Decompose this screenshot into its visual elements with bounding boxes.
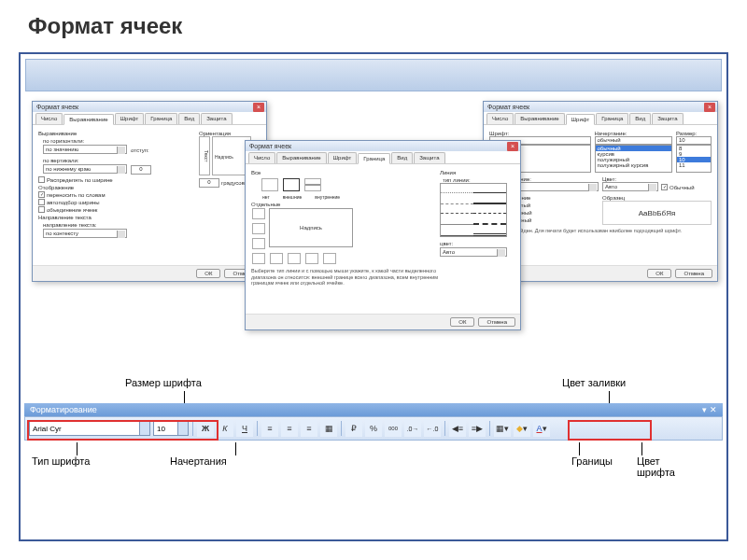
increase-decimal-icon[interactable]: .0→ bbox=[404, 420, 421, 437]
close-icon[interactable]: × bbox=[704, 103, 715, 112]
decrease-indent-icon[interactable]: ◀≡ bbox=[449, 420, 466, 437]
content-frame: Формат ячеек× Число Выравнивание Шрифт Г… bbox=[19, 52, 728, 541]
vertical-combo[interactable]: по нижнему краю bbox=[43, 164, 127, 174]
section-display: Отображение bbox=[38, 185, 195, 190]
label-line: Линия bbox=[440, 170, 514, 175]
size-list[interactable]: 891011 bbox=[676, 145, 712, 173]
percent-icon[interactable]: % bbox=[365, 420, 382, 437]
cancel-button[interactable]: Отмена bbox=[675, 269, 712, 278]
tab-fill[interactable]: Вид bbox=[629, 113, 651, 124]
align-right-icon[interactable]: ≡ bbox=[301, 420, 317, 437]
font-color-icon[interactable]: A▾ bbox=[533, 420, 550, 437]
anno-font-type: Тип шрифта bbox=[32, 455, 90, 467]
border-preview: Надпись bbox=[269, 208, 353, 247]
tab-protection[interactable]: Защита bbox=[414, 152, 444, 163]
tab-font[interactable]: Шрифт bbox=[566, 114, 596, 125]
highlight-color-controls bbox=[568, 420, 652, 441]
blue-header-bar bbox=[25, 59, 722, 91]
anno-font-size: Размер шрифта bbox=[125, 377, 202, 388]
size-input[interactable]: 10 bbox=[676, 136, 712, 145]
anno-styles: Начертания bbox=[170, 455, 227, 467]
toolbar-title: Форматирование bbox=[30, 405, 97, 414]
align-left-icon[interactable]: ≡ bbox=[261, 420, 278, 437]
checkbox-merge[interactable] bbox=[38, 206, 45, 213]
cancel-button[interactable]: Отмена bbox=[478, 317, 515, 327]
direction-combo[interactable]: по контексту bbox=[43, 229, 127, 238]
currency-icon[interactable]: ₽ bbox=[345, 420, 362, 437]
ok-button[interactable]: ОК bbox=[196, 269, 220, 278]
border-top-btn[interactable] bbox=[252, 208, 265, 219]
tab-protection[interactable]: Защита bbox=[652, 113, 683, 124]
horizontal-combo[interactable]: по значению bbox=[43, 145, 127, 154]
tab-border[interactable]: Граница bbox=[358, 153, 390, 164]
close-icon[interactable]: × bbox=[507, 142, 518, 151]
toolbar-close-icon[interactable]: ▾ ✕ bbox=[702, 405, 717, 414]
tab-fill[interactable]: Вид bbox=[178, 113, 200, 124]
section-direction: Направление текста bbox=[38, 215, 195, 220]
align-center-icon[interactable]: ≡ bbox=[281, 420, 298, 437]
indent-spinner[interactable]: 0 bbox=[131, 165, 151, 175]
style-input[interactable]: обычный bbox=[595, 136, 672, 145]
preset-none[interactable] bbox=[261, 178, 278, 191]
tab-alignment[interactable]: Выравнивание bbox=[63, 114, 113, 125]
tab-alignment[interactable]: Выравнивание bbox=[514, 113, 564, 124]
preset-outer[interactable] bbox=[283, 178, 300, 191]
font-note: Шрифт не найден. Для печати будет исполь… bbox=[489, 228, 712, 233]
tabs: Число Выравнивание Шрифт Граница Вид Защ… bbox=[246, 151, 520, 164]
tab-alignment[interactable]: Выравнивание bbox=[276, 152, 326, 163]
border-color-combo[interactable]: Авто bbox=[440, 247, 507, 257]
border-mid-btn[interactable] bbox=[252, 223, 265, 234]
underline-button[interactable]: Ч bbox=[236, 420, 253, 437]
label-direction: направление текста: bbox=[43, 222, 195, 228]
style-list[interactable]: обычныйкурсивполужирныйполужирный курсив bbox=[595, 145, 672, 173]
highlight-font-controls bbox=[27, 420, 218, 441]
anno-font-color: Цвет шрифта bbox=[637, 455, 693, 478]
borders-icon[interactable]: ▦▾ bbox=[494, 420, 511, 437]
dialog-alignment: Формат ячеек× Число Выравнивание Шрифт Г… bbox=[32, 101, 267, 282]
dialog-title: Формат ячеек× bbox=[246, 141, 520, 151]
tab-protection[interactable]: Защита bbox=[201, 113, 232, 124]
preset-inner[interactable] bbox=[304, 178, 321, 191]
checkbox-distribute[interactable] bbox=[38, 176, 45, 183]
tab-border[interactable]: Граница bbox=[596, 113, 628, 124]
checkbox-wrap[interactable]: ✓ bbox=[38, 191, 45, 198]
checkbox-normal[interactable]: ✓ bbox=[661, 184, 668, 190]
tab-number[interactable]: Число bbox=[486, 113, 514, 124]
line-style-list[interactable] bbox=[440, 183, 507, 237]
border-left[interactable] bbox=[270, 253, 283, 264]
fill-color-icon[interactable]: ◆▾ bbox=[514, 420, 530, 437]
orientation-vertical-text[interactable]: Текст bbox=[199, 136, 210, 175]
merge-cells-icon[interactable]: ▦ bbox=[320, 420, 337, 437]
tabs: Число Выравнивание Шрифт Граница Вид Защ… bbox=[484, 112, 717, 125]
fontcolor-combo[interactable]: Авто bbox=[602, 182, 658, 191]
page-title: Формат ячеек bbox=[0, 0, 747, 49]
tab-border[interactable]: Граница bbox=[145, 113, 177, 124]
anno-fill-color: Цвет заливки bbox=[562, 377, 626, 388]
border-right[interactable] bbox=[305, 253, 318, 264]
close-icon[interactable]: × bbox=[253, 103, 264, 112]
tab-font[interactable]: Шрифт bbox=[328, 152, 358, 163]
border-vmid[interactable] bbox=[288, 253, 301, 264]
tab-font[interactable]: Шрифт bbox=[115, 113, 145, 124]
italic-button[interactable]: К bbox=[217, 420, 233, 437]
ok-button[interactable]: ОК bbox=[450, 317, 474, 327]
decrease-decimal-icon[interactable]: ←.0 bbox=[424, 420, 441, 437]
sample-preview: АаВbБбЯя bbox=[602, 201, 712, 225]
checkbox-shrink[interactable] bbox=[38, 199, 45, 205]
border-bottom-btn[interactable] bbox=[252, 238, 265, 249]
increase-indent-icon[interactable]: ≡▶ bbox=[469, 420, 486, 437]
border-diag2[interactable] bbox=[323, 253, 336, 264]
border-diag1[interactable] bbox=[252, 253, 265, 264]
degrees-spinner[interactable]: 0 bbox=[199, 178, 219, 188]
label-presets: Все bbox=[251, 170, 440, 175]
section-alignment: Выравнивание bbox=[38, 131, 195, 136]
label-color: цвет: bbox=[440, 241, 514, 246]
tab-number[interactable]: Число bbox=[35, 113, 63, 124]
tab-fill[interactable]: Вид bbox=[391, 152, 413, 163]
dialog-border: Формат ячеек× Число Выравнивание Шрифт Г… bbox=[245, 140, 521, 330]
border-hint: Выберите тип линии и с помощью мыши укаж… bbox=[251, 268, 440, 287]
ok-button[interactable]: ОК bbox=[647, 269, 671, 278]
thousands-icon[interactable]: 000 bbox=[385, 420, 402, 437]
tab-number[interactable]: Число bbox=[248, 152, 275, 163]
anno-borders: Границы bbox=[571, 455, 613, 467]
